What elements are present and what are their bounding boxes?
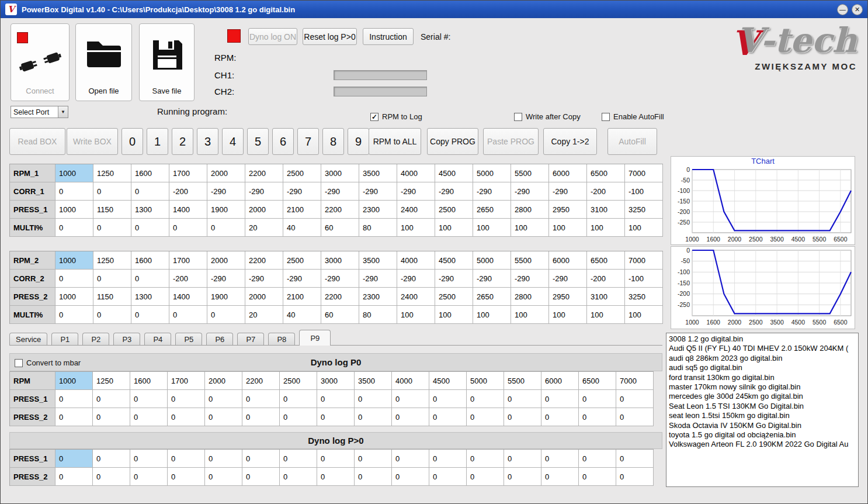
- grid-cell[interactable]: 0: [131, 182, 169, 201]
- grid-cell[interactable]: 100: [549, 219, 587, 237]
- grid-cell[interactable]: 0: [130, 390, 168, 408]
- grid-cell[interactable]: 1900: [207, 288, 245, 306]
- grid-cell[interactable]: 100: [625, 219, 663, 237]
- grid-cell[interactable]: -290: [321, 270, 359, 288]
- grid-cell[interactable]: 1000: [55, 251, 93, 270]
- grid-cell[interactable]: 20: [245, 219, 283, 237]
- enable-autofill-checkbox[interactable]: Enable AutoFill: [602, 112, 664, 121]
- grid-cell[interactable]: 1000: [55, 372, 93, 390]
- grid-cell[interactable]: 3000: [321, 164, 359, 182]
- grid-cell[interactable]: 40: [283, 306, 321, 324]
- grid-cell[interactable]: 0: [242, 450, 280, 468]
- tab-service[interactable]: Service: [9, 333, 47, 346]
- grid-cell[interactable]: 0: [355, 408, 392, 426]
- grid-cell[interactable]: 7000: [625, 251, 663, 270]
- grid-cell[interactable]: 0: [429, 468, 467, 486]
- grid-cell[interactable]: 1900: [207, 201, 245, 219]
- program-button-4[interactable]: 4: [222, 128, 244, 155]
- grid-cell[interactable]: 2000: [245, 201, 283, 219]
- grid-cell[interactable]: 0: [130, 468, 168, 486]
- file-item[interactable]: audi sq5 go digital.bin: [666, 363, 858, 372]
- grid-cell[interactable]: 2000: [207, 251, 245, 270]
- grid-cell[interactable]: 2800: [511, 201, 549, 219]
- grid-cell[interactable]: 0: [168, 390, 205, 408]
- file-item[interactable]: audi q8 286km 2023 go digital.bin: [666, 354, 858, 363]
- grid-cell[interactable]: 0: [93, 270, 131, 288]
- grid-cell[interactable]: 0: [131, 270, 169, 288]
- program-button-1[interactable]: 1: [147, 128, 168, 155]
- grid-cell[interactable]: 0: [467, 390, 504, 408]
- grid-cell[interactable]: -290: [359, 270, 397, 288]
- instruction-button[interactable]: Instruction: [363, 28, 414, 45]
- grid-cell[interactable]: 2200: [245, 251, 283, 270]
- grid-cell[interactable]: 80: [359, 306, 397, 324]
- tab-p4[interactable]: P4: [144, 333, 171, 346]
- grid-cell[interactable]: -290: [283, 270, 321, 288]
- grid-cell[interactable]: 1000: [55, 201, 93, 219]
- grid-cell[interactable]: 0: [579, 408, 616, 426]
- grid-cell[interactable]: 1700: [168, 372, 205, 390]
- grid-cell[interactable]: 0: [355, 468, 392, 486]
- grid-cell[interactable]: 100: [625, 306, 663, 324]
- grid-cell[interactable]: 1400: [169, 288, 207, 306]
- grid-cell[interactable]: 1000: [55, 288, 93, 306]
- grid-cell[interactable]: 0: [541, 390, 579, 408]
- file-item[interactable]: mercedes gle 300d 245km go digital.bin: [666, 392, 858, 401]
- grid-cell[interactable]: 0: [242, 408, 280, 426]
- grid-cell[interactable]: -290: [473, 182, 511, 201]
- grid-cell[interactable]: 0: [317, 408, 355, 426]
- grid-cell[interactable]: 1150: [93, 288, 131, 306]
- grid-cell[interactable]: 0: [55, 182, 93, 201]
- grid-cell[interactable]: 0: [207, 219, 245, 237]
- grid-cell[interactable]: 0: [504, 390, 541, 408]
- grid-cell[interactable]: 0: [205, 468, 242, 486]
- grid-cell[interactable]: 0: [467, 468, 504, 486]
- copy-1-to-2-button[interactable]: Copy 1->2: [543, 128, 597, 155]
- tab-p2[interactable]: P2: [82, 333, 109, 346]
- grid-cell[interactable]: 0: [392, 390, 429, 408]
- grid-cell[interactable]: 2500: [280, 372, 317, 390]
- grid-cell[interactable]: 1600: [130, 372, 168, 390]
- grid-cell[interactable]: -290: [511, 182, 549, 201]
- grid-cell[interactable]: 2000: [245, 288, 283, 306]
- program-button-5[interactable]: 5: [247, 128, 269, 155]
- grid-cell[interactable]: 4500: [429, 372, 467, 390]
- grid-cell[interactable]: 0: [355, 450, 392, 468]
- grid-cell[interactable]: 0: [616, 390, 654, 408]
- grid-cell[interactable]: 0: [130, 450, 168, 468]
- file-list[interactable]: 3008 1.2 go digital.binAudi Q5 II (FY FL…: [666, 333, 859, 487]
- grid-cell[interactable]: 2650: [473, 201, 511, 219]
- grid-cell[interactable]: 0: [55, 408, 93, 426]
- grid-cell[interactable]: 5500: [511, 251, 549, 270]
- grid-cell[interactable]: 4000: [392, 372, 429, 390]
- grid-cell[interactable]: 0: [55, 219, 93, 237]
- grid-cell[interactable]: 2400: [397, 288, 435, 306]
- grid-cell[interactable]: 0: [467, 450, 504, 468]
- grid-cell[interactable]: 100: [511, 306, 549, 324]
- grid-cell[interactable]: 0: [280, 390, 317, 408]
- grid-cell[interactable]: 3000: [321, 251, 359, 270]
- grid-cell[interactable]: 7000: [625, 164, 663, 182]
- grid-cell[interactable]: 2000: [205, 372, 242, 390]
- grid-cell[interactable]: 0: [392, 408, 429, 426]
- grid-cell[interactable]: 2500: [435, 288, 473, 306]
- tab-p5[interactable]: P5: [175, 333, 202, 346]
- grid-cell[interactable]: 20: [245, 306, 283, 324]
- grid-cell[interactable]: 6000: [541, 372, 579, 390]
- grid-cell[interactable]: 100: [511, 219, 549, 237]
- grid-cell[interactable]: 0: [280, 468, 317, 486]
- grid-cell[interactable]: 2500: [283, 251, 321, 270]
- grid-cell[interactable]: 0: [579, 450, 616, 468]
- grid-cell[interactable]: 0: [93, 468, 130, 486]
- grid-cell[interactable]: 3250: [625, 288, 663, 306]
- grid-cell[interactable]: -100: [625, 182, 663, 201]
- grid-cell[interactable]: -290: [397, 270, 435, 288]
- grid-cell[interactable]: 0: [579, 390, 616, 408]
- program-button-2[interactable]: 2: [172, 128, 193, 155]
- grid-cell[interactable]: 1300: [131, 201, 169, 219]
- program-button-8[interactable]: 8: [322, 128, 344, 155]
- grid-cell[interactable]: 3500: [359, 251, 397, 270]
- program-button-3[interactable]: 3: [197, 128, 218, 155]
- grid-cell[interactable]: 2200: [321, 201, 359, 219]
- file-item[interactable]: 3008 1.2 go digital.bin: [666, 334, 858, 344]
